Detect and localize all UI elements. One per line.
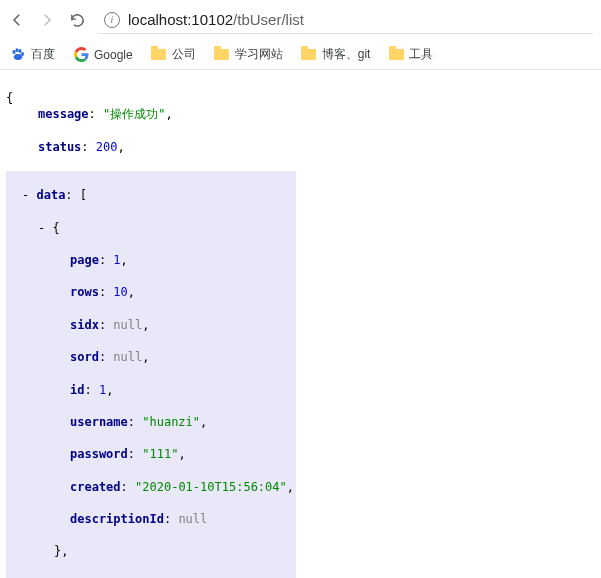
json-key: rows bbox=[70, 285, 113, 299]
back-button[interactable] bbox=[8, 11, 26, 29]
baidu-paw-icon bbox=[10, 47, 26, 63]
json-key: page bbox=[70, 253, 113, 267]
json-value: "huanzi" bbox=[142, 415, 200, 429]
folder-icon bbox=[388, 47, 404, 63]
json-value: null bbox=[178, 512, 207, 526]
collapse-toggle[interactable]: - bbox=[22, 188, 36, 202]
bookmark-folder-company[interactable]: 公司 bbox=[151, 46, 196, 63]
json-key: created bbox=[70, 480, 135, 494]
svg-point-2 bbox=[19, 49, 22, 53]
json-key: status bbox=[38, 140, 96, 154]
json-key: id bbox=[70, 383, 99, 397]
json-value: 1 bbox=[113, 253, 120, 267]
forward-button[interactable] bbox=[38, 11, 56, 29]
bookmark-label: 工具 bbox=[409, 46, 433, 63]
reload-button[interactable] bbox=[68, 11, 86, 29]
svg-point-1 bbox=[16, 48, 19, 52]
site-info-icon[interactable]: i bbox=[104, 12, 120, 28]
bookmark-folder-blog-git[interactable]: 博客、git bbox=[301, 46, 371, 63]
json-value: "操作成功" bbox=[103, 107, 165, 121]
bookmark-folder-tools[interactable]: 工具 bbox=[388, 46, 433, 63]
folder-icon bbox=[214, 47, 230, 63]
folder-icon bbox=[301, 47, 317, 63]
folder-icon bbox=[151, 47, 167, 63]
json-value: "2020-01-10T15:56:04" bbox=[135, 480, 287, 494]
svg-point-0 bbox=[12, 50, 15, 54]
bookmark-folder-study[interactable]: 学习网站 bbox=[214, 46, 283, 63]
address-bar[interactable]: i localhost:10102/tbUser/list bbox=[98, 6, 593, 34]
bookmark-label: Google bbox=[94, 48, 133, 62]
json-key: password bbox=[70, 447, 142, 461]
bookmark-label: 学习网站 bbox=[235, 46, 283, 63]
url-text: localhost:10102/tbUser/list bbox=[128, 11, 304, 28]
json-value: null bbox=[113, 350, 142, 364]
google-g-icon bbox=[73, 47, 89, 63]
json-key: message bbox=[38, 107, 103, 121]
bookmark-google[interactable]: Google bbox=[73, 47, 133, 63]
json-viewer: { message"操作成功", status200, - data[ - { … bbox=[0, 70, 601, 578]
json-key: sidx bbox=[70, 318, 113, 332]
json-key: username bbox=[70, 415, 142, 429]
bookmark-label: 公司 bbox=[172, 46, 196, 63]
json-key: data bbox=[36, 188, 79, 202]
bookmark-label: 博客、git bbox=[322, 46, 371, 63]
collapse-toggle[interactable]: - bbox=[38, 221, 52, 235]
json-key: sord bbox=[70, 350, 113, 364]
json-value: 10 bbox=[113, 285, 127, 299]
json-value: 200 bbox=[96, 140, 118, 154]
json-value: null bbox=[113, 318, 142, 332]
json-value: "111" bbox=[142, 447, 178, 461]
bookmarks-bar: 百度 Google 公司 学习网站 博客、git 工具 bbox=[0, 40, 601, 70]
bookmark-baidu[interactable]: 百度 bbox=[10, 46, 55, 63]
bookmark-label: 百度 bbox=[31, 46, 55, 63]
browser-nav-bar: i localhost:10102/tbUser/list bbox=[0, 0, 601, 40]
json-key: descriptionId bbox=[70, 512, 178, 526]
